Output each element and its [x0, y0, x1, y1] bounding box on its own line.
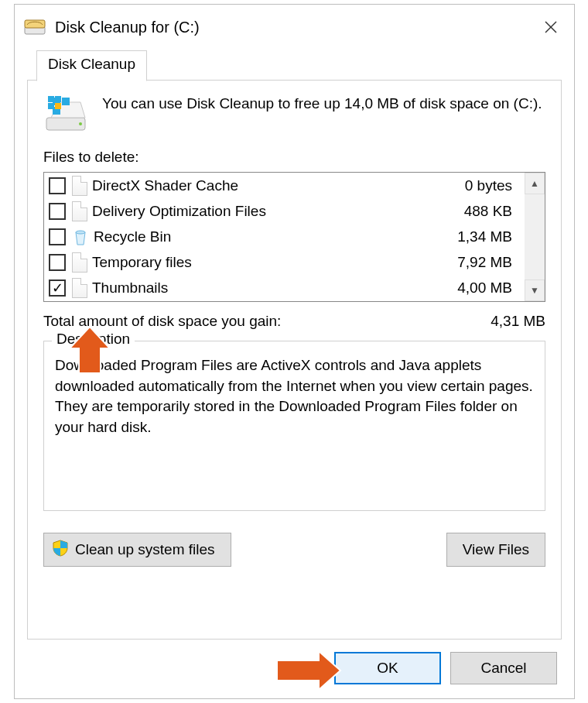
- cleanup-system-files-button[interactable]: Clean up system files: [43, 533, 231, 567]
- item-size: 0 bytes: [465, 177, 520, 194]
- svg-point-5: [79, 122, 82, 125]
- list-item[interactable]: Delivery Optimization Files488 KB: [44, 198, 525, 224]
- description-group: Description Downloaded Program Files are…: [43, 341, 545, 511]
- svg-rect-12: [48, 103, 54, 109]
- svg-rect-7: [62, 98, 70, 105]
- close-button[interactable]: [528, 8, 574, 46]
- view-files-button[interactable]: View Files: [446, 533, 545, 567]
- button-row: Clean up system files View Files: [43, 533, 545, 567]
- svg-rect-11: [55, 96, 61, 102]
- svg-rect-10: [48, 96, 54, 102]
- tab-strip: Disk Cleanup: [27, 50, 562, 81]
- recycle-bin-icon: [72, 227, 89, 247]
- file-list: DirectX Shader Cache0 bytesDelivery Opti…: [43, 172, 545, 302]
- tab-disk-cleanup[interactable]: Disk Cleanup: [36, 50, 147, 81]
- info-row: You can use Disk Cleanup to free up 14,0…: [43, 93, 545, 135]
- checkbox[interactable]: [49, 228, 66, 245]
- info-text: You can use Disk Cleanup to free up 14,0…: [102, 93, 542, 135]
- drive-icon: [43, 96, 88, 135]
- item-size: 4,00 MB: [457, 279, 520, 297]
- ok-label: OK: [377, 660, 398, 677]
- checkbox[interactable]: [49, 203, 66, 220]
- view-files-label: View Files: [463, 541, 529, 558]
- checkbox[interactable]: [49, 177, 66, 194]
- item-size: 7,92 MB: [457, 254, 520, 271]
- cancel-label: Cancel: [480, 660, 526, 677]
- disk-cleanup-icon: [24, 19, 46, 36]
- shield-icon: [52, 540, 69, 561]
- item-name: DirectX Shader Cache: [92, 177, 465, 194]
- item-size: 488 KB: [464, 203, 520, 220]
- file-icon: [72, 176, 87, 196]
- item-size: 1,34 MB: [457, 228, 520, 245]
- window-title: Disk Cleanup for (C:): [55, 19, 200, 36]
- titlebar: Disk Cleanup for (C:): [15, 5, 574, 50]
- scrollbar[interactable]: ▲ ▼: [525, 173, 545, 301]
- list-item[interactable]: DirectX Shader Cache0 bytes: [44, 173, 525, 198]
- list-item[interactable]: ✓Thumbnails4,00 MB: [44, 275, 525, 300]
- checkbox[interactable]: [49, 254, 66, 271]
- svg-point-14: [76, 231, 85, 234]
- scroll-up-button[interactable]: ▲: [525, 173, 545, 194]
- item-name: Delivery Optimization Files: [92, 203, 464, 220]
- file-icon: [72, 278, 87, 298]
- list-item[interactable]: Temporary files7,92 MB: [44, 249, 525, 275]
- cancel-button[interactable]: Cancel: [450, 652, 557, 684]
- list-item[interactable]: Recycle Bin1,34 MB: [44, 224, 525, 249]
- total-value: 4,31 MB: [491, 313, 545, 330]
- content-panel: You can use Disk Cleanup to free up 14,0…: [27, 81, 562, 640]
- item-name: Thumbnails: [92, 279, 457, 297]
- item-name: Temporary files: [92, 254, 457, 271]
- ok-button[interactable]: OK: [334, 652, 441, 684]
- footer: OK Cancel: [15, 640, 574, 684]
- file-icon: [72, 252, 87, 273]
- description-text: Downloaded Program Files are ActiveX con…: [55, 355, 534, 437]
- item-name: Recycle Bin: [94, 228, 457, 245]
- file-icon: [72, 201, 87, 221]
- files-to-delete-label: Files to delete:: [43, 149, 545, 166]
- total-row: Total amount of disk space you gain: 4,3…: [43, 313, 545, 330]
- total-label: Total amount of disk space you gain:: [43, 313, 281, 330]
- svg-rect-13: [55, 103, 61, 109]
- cleanup-btn-label: Clean up system files: [75, 541, 215, 558]
- checkbox[interactable]: ✓: [49, 279, 66, 297]
- description-legend: Description: [52, 331, 135, 348]
- disk-cleanup-dialog: Disk Cleanup for (C:) Disk Cleanup: [14, 4, 575, 699]
- scroll-down-button[interactable]: ▼: [525, 279, 545, 301]
